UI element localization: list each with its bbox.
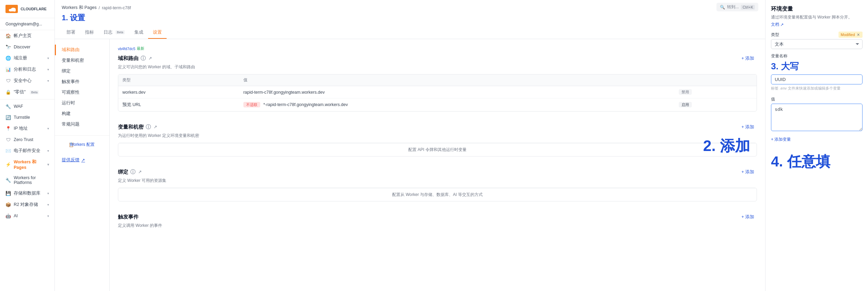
domain-icon: 🌐 xyxy=(5,56,11,61)
external-link-icon: ↗ xyxy=(81,158,85,163)
leftnav-bindings[interactable]: 绑定 xyxy=(55,66,109,77)
cloudflare-logo-icon xyxy=(5,4,18,14)
sidebar-item-security[interactable]: 🛡 安全中心 ▾ xyxy=(0,75,55,86)
user-account[interactable]: Gongyingteam@g... xyxy=(0,18,55,30)
right-panel-docs-link[interactable]: 文档 ↗ xyxy=(771,22,863,27)
version-link[interactable]: vb4fd7dc5 xyxy=(118,47,135,51)
add-var-row: + 添加变量 xyxy=(771,135,863,142)
varname-label-text: 变量名称 xyxy=(771,53,787,59)
sidebar-item-ai[interactable]: 🤖 AI ▾ xyxy=(0,210,55,221)
domain-row2-value: 不适联 *-rapid-term-c78f.gongyingteam.worke… xyxy=(239,98,675,112)
sidebar-item-home[interactable]: 🏠 帐户主页 xyxy=(0,30,55,42)
leftnav-visibility[interactable]: 可观察性 xyxy=(55,87,109,98)
modified-badge: Modified × xyxy=(839,32,863,38)
sidebar-item-workers-pages[interactable]: ⚡ Workers 和 Pages ▾ xyxy=(0,156,55,173)
workers-icon: ⚡ xyxy=(5,162,11,167)
triggers-title-text: 触发事件 xyxy=(118,214,138,220)
svg-rect-4 xyxy=(10,10,15,12)
discover-icon: 🔭 xyxy=(5,44,11,50)
disable-btn-1[interactable]: 禁用 xyxy=(679,89,692,95)
col-value: 值 xyxy=(239,74,675,86)
sidebar-item-zerotrust-beta[interactable]: 🔒 "零信" Beta xyxy=(0,86,55,98)
turnstile-icon: 🔄 xyxy=(5,115,11,120)
triggers-add-button[interactable]: + 添加 xyxy=(739,212,757,221)
domain-section-title: 域和路由 ⓘ ↗ xyxy=(118,55,152,62)
cloudflare-text: CLOUDFLARE xyxy=(21,7,47,11)
beta-badge: Beta xyxy=(30,90,39,94)
variables-action-row[interactable]: 配置 API 令牌和其他运行时变量 xyxy=(118,143,757,156)
sidebar-label-workers: Workers 和 Pages xyxy=(14,159,45,170)
leftnav-faq[interactable]: 常规问题 xyxy=(55,119,109,130)
sidebar-item-domain[interactable]: 🌐 域注册 ▾ xyxy=(0,53,55,64)
leftnav-build[interactable]: 构建 xyxy=(55,108,109,119)
domain-row1-value: rapid-term-c78f.gongyingteam.workers.dev xyxy=(239,86,675,98)
variables-add-button[interactable]: + 添加 xyxy=(739,123,757,131)
sidebar-item-email[interactable]: ✉️ 电子邮件安全 ▾ xyxy=(0,145,55,156)
leftnav-triggers[interactable]: 触发事件 xyxy=(55,77,109,87)
bindings-title-text: 绑定 xyxy=(118,169,128,175)
sidebar-item-r2[interactable]: 📦 R2 对象存储 ▾ xyxy=(0,199,55,210)
tab-metrics[interactable]: 指标 xyxy=(80,26,99,39)
variables-link-icon: ↗ xyxy=(154,125,157,129)
domain-add-button[interactable]: + 添加 xyxy=(739,54,757,63)
tab-integration[interactable]: 集成 xyxy=(130,26,148,39)
tab-logs-label: 日志 xyxy=(104,29,112,35)
sidebar-item-zerotrust2[interactable]: 🛡 Zero Trust xyxy=(0,134,55,145)
sidebar-label-ip: IP 地址 xyxy=(14,126,28,131)
content-area: 域和路由 变量和机密 绑定 触发事件 可观察性 运行时 构建 常规问题 📋 Wo… xyxy=(55,39,765,291)
bindings-add-button[interactable]: + 添加 xyxy=(739,167,757,176)
sidebar-item-turnstile[interactable]: 🔄 Turnstile xyxy=(0,112,55,123)
variables-section: 变量和机密 ⓘ ↗ + 添加 为运行时使用的 Worker 定义环境变量和机密 … xyxy=(118,123,757,156)
breadcrumb: Workers 和 Pages / rapid-term-c78f xyxy=(62,5,758,11)
leftnav-runtime[interactable]: 运行时 xyxy=(55,98,109,108)
domain-link-icon: ↗ xyxy=(148,56,152,61)
sidebar-item-analytics[interactable]: 📊 分析和日志 ▾ xyxy=(0,64,55,75)
modified-text: Modified xyxy=(841,33,855,37)
sidebar-item-discover[interactable]: 🔭 Discover xyxy=(0,42,55,53)
modified-close-button[interactable]: × xyxy=(856,32,860,37)
sidebar-label-storage: 存储和数据库 xyxy=(14,190,40,196)
annotation-name: 3. 大写 xyxy=(771,60,863,72)
type-select[interactable]: 文本 密钥 xyxy=(771,39,863,49)
leftnav-domain[interactable]: 域和路由 xyxy=(55,45,109,55)
chevron-icon: ▾ xyxy=(47,203,49,207)
feedback-link[interactable]: 提供反馈 ↗ xyxy=(55,154,109,166)
domain-row-2: 预览 URL 不适联 *-rapid-term-c78f.gongyingtea… xyxy=(118,98,757,112)
sidebar-item-workers-platforms[interactable]: 🔧 Workers for Platforms xyxy=(0,173,55,188)
search-bar[interactable]: 🔍 转到... Ctrl+K xyxy=(716,3,758,11)
tab-deploy[interactable]: 部署 xyxy=(62,26,80,39)
sidebar-item-ip[interactable]: 📍 IP 地址 ▾ xyxy=(0,123,55,134)
sidebar-label-r2: R2 对象存储 xyxy=(14,202,38,208)
right-panel-title: 环境变量 xyxy=(771,5,863,13)
varname-input[interactable] xyxy=(771,74,863,84)
bindings-section: 绑定 ⓘ ↗ + 添加 定义 Worker 可用的资源集 配置从 Worker … xyxy=(118,167,757,201)
domain-row2-type: 预览 URL xyxy=(118,98,239,112)
value-textarea[interactable]: sdk xyxy=(771,104,863,131)
triggers-section: 触发事件 + 添加 定义调用 Worker 的事件 xyxy=(118,212,757,229)
sidebar-label-workers-platforms: Workers for Platforms xyxy=(14,175,49,185)
type-label-row: 类型 Modified × xyxy=(771,32,863,38)
sidebar-item-storage[interactable]: 💾 存储和数据库 ▾ xyxy=(0,188,55,199)
chevron-icon: ▾ xyxy=(47,163,49,166)
tab-logs[interactable]: 日志 Beta xyxy=(99,26,130,39)
breadcrumb-parent[interactable]: Workers 和 Pages xyxy=(62,5,97,11)
tab-settings[interactable]: 设置 xyxy=(148,26,167,39)
add-variable-link[interactable]: + 添加变量 xyxy=(771,137,791,142)
workers-config-link[interactable]: 📋 Workers 配置 xyxy=(62,138,103,151)
domain-row2-url: *-rapid-term-c78f.gongyingteam.workers.d… xyxy=(263,102,348,107)
sidebar-label-security: 安全中心 xyxy=(14,78,32,84)
sidebar-item-waf[interactable]: 🔧 WAF xyxy=(0,101,55,112)
col-type: 类型 xyxy=(118,74,239,86)
sidebar: CLOUDFLARE Gongyingteam@g... 🏠 帐户主页 🔭 Di… xyxy=(0,0,55,291)
variables-title-text: 变量和机密 xyxy=(118,124,144,130)
domain-row1-type: workers.dev xyxy=(118,86,239,98)
type-form-group: 类型 Modified × 文本 密钥 xyxy=(771,32,863,49)
logo: CLOUDFLARE xyxy=(0,0,55,18)
domain-table: 类型 值 workers.dev rapid-term-c78f.gongyin… xyxy=(118,74,757,112)
bindings-action-row[interactable]: 配置从 Worker 与存储、数据库、AI 等交互的方式 xyxy=(118,188,757,201)
enable-btn-1[interactable]: 启用 xyxy=(679,102,692,107)
analytics-icon: 📊 xyxy=(5,67,11,72)
leftnav-variables[interactable]: 变量和机密 xyxy=(55,55,109,66)
triggers-section-header: 触发事件 + 添加 xyxy=(118,212,757,221)
sidebar-label-zerotrust2: Zero Trust xyxy=(14,137,33,142)
